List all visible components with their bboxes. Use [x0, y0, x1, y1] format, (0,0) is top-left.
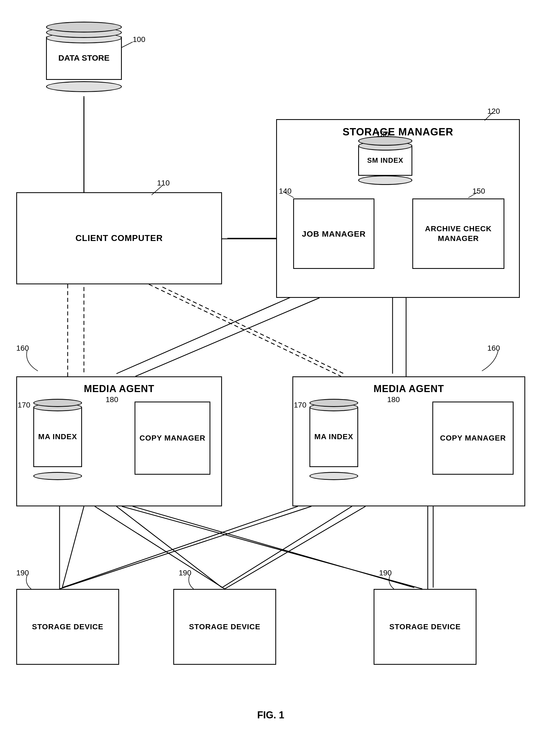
- storage-device-3-box: STORAGE DEVICE: [374, 589, 476, 665]
- ref-120: 120: [487, 107, 500, 116]
- ref-180a: 180: [106, 395, 118, 404]
- client-computer-box: CLIENT COMPUTER: [16, 192, 222, 284]
- storage-device-2-box: STORAGE DEVICE: [173, 589, 276, 665]
- ref-140: 140: [279, 187, 292, 195]
- copy-manager-left-box: COPY MANAGER: [135, 402, 210, 475]
- svg-line-3: [162, 287, 344, 374]
- svg-line-4: [116, 287, 314, 374]
- sm-index-label: SM INDEX: [367, 156, 403, 165]
- svg-line-26: [122, 506, 422, 589]
- media-agent-right-box: MEDIA AGENT MA INDEX COPY MANAGER: [292, 376, 525, 506]
- storage-manager-box: STORAGE MANAGER SM INDEX JOB MANAGER ARC…: [276, 119, 520, 298]
- client-computer-label: CLIENT COMPUTER: [76, 233, 163, 244]
- copy-manager-right-box: COPY MANAGER: [432, 402, 514, 475]
- storage-device-3-label: STORAGE DEVICE: [389, 622, 461, 632]
- svg-line-22: [135, 298, 319, 376]
- ref-190a: 190: [16, 569, 29, 577]
- ref-160a: 160: [16, 344, 29, 353]
- diagram: DATA STORE 100 CLIENT COMPUTER 110 STORA…: [0, 0, 542, 756]
- storage-device-1-label: STORAGE DEVICE: [32, 622, 103, 632]
- archive-check-manager-label: ARCHIVE CHECK MANAGER: [413, 224, 504, 244]
- ref-160b: 160: [487, 344, 500, 353]
- ref-180b: 180: [387, 395, 400, 404]
- ref-170b: 170: [294, 401, 306, 409]
- job-manager-box: JOB MANAGER: [293, 198, 374, 269]
- media-agent-right-label: MEDIA AGENT: [374, 383, 444, 395]
- media-agent-left-box: MEDIA AGENT MA INDEX COPY MANAGER: [16, 376, 222, 506]
- copy-manager-left-label: COPY MANAGER: [139, 433, 205, 443]
- svg-line-25: [95, 506, 225, 589]
- archive-check-manager-box: ARCHIVE CHECK MANAGER: [412, 198, 504, 269]
- data-store-label: DATA STORE: [58, 53, 110, 63]
- ref-190c: 190: [379, 569, 392, 577]
- ma-index-left-label: MA INDEX: [38, 432, 77, 442]
- figure-caption: FIG. 1: [230, 709, 311, 721]
- storage-device-1-box: STORAGE DEVICE: [16, 589, 119, 665]
- data-store-cylinder: DATA STORE: [32, 16, 135, 97]
- ref-100: 100: [133, 35, 145, 44]
- svg-line-8: [133, 506, 414, 588]
- svg-line-21: [149, 284, 341, 376]
- ref-110: 110: [157, 179, 170, 187]
- copy-manager-right-label: COPY MANAGER: [440, 433, 506, 443]
- ma-index-right-label: MA INDEX: [314, 432, 353, 442]
- job-manager-label: JOB MANAGER: [302, 229, 366, 239]
- svg-line-10: [222, 506, 352, 588]
- svg-line-7: [116, 506, 222, 588]
- svg-line-28: [225, 506, 365, 589]
- media-agent-left-label: MEDIA AGENT: [84, 383, 154, 395]
- ref-170a: 170: [18, 401, 30, 409]
- storage-device-2-label: STORAGE DEVICE: [189, 622, 260, 632]
- svg-line-6: [62, 506, 84, 588]
- ref-150: 150: [472, 187, 485, 195]
- ref-190b: 190: [179, 569, 191, 577]
